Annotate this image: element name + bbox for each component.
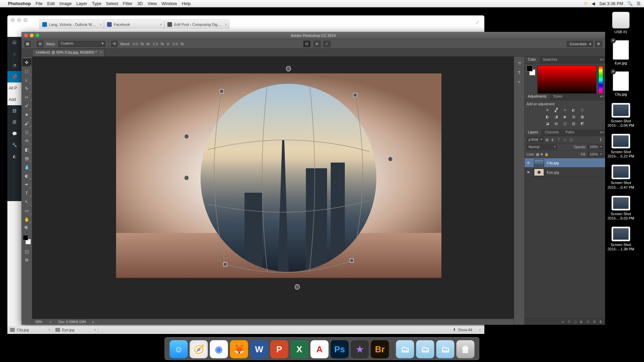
layer-mask-icon[interactable]: ◻	[574, 320, 577, 323]
marquee-tool[interactable]: ◻	[22, 67, 32, 75]
path-select-tool[interactable]: ↖	[22, 198, 32, 206]
transform-anchor-icon[interactable]: ▦	[24, 41, 31, 47]
quick-select-tool[interactable]: ✎	[22, 84, 32, 93]
layer-name[interactable]: Eye.jpg	[547, 170, 559, 174]
menu-help[interactable]: Help	[182, 1, 191, 6]
browser-tab[interactable]: Lang, Victoria - Outlook W…×	[39, 19, 104, 29]
warp-grid-icon[interactable]: ⊞	[37, 41, 43, 47]
layer-visibility-icon[interactable]: 👁	[527, 161, 531, 165]
adj-selective-icon[interactable]: ◩	[579, 121, 585, 126]
color-fgbg-swatch[interactable]	[527, 65, 535, 75]
crop-tool[interactable]: ✂	[22, 93, 32, 101]
doc-tab-close-icon[interactable]: ×	[100, 50, 102, 54]
tab-close-icon[interactable]: ×	[100, 22, 102, 26]
adj-channel-mixer-icon[interactable]: ⊞	[571, 114, 577, 119]
color-picker[interactable]	[23, 235, 31, 244]
clone-stamp-tool[interactable]: ⌹	[22, 128, 32, 136]
warp-mesh-toggle-icon[interactable]: ⊡	[303, 41, 311, 47]
commit-transform-icon[interactable]: ✓	[323, 41, 331, 47]
panel-tab-layers[interactable]: Layers	[525, 129, 541, 136]
wp-sidebar-item-posts[interactable]: 📌	[7, 71, 21, 82]
dock-app-safari[interactable]: 🧭	[190, 340, 208, 358]
color-field[interactable]	[537, 65, 596, 95]
panel-menu-icon[interactable]: ▾≡	[600, 95, 604, 98]
adj-lookup-icon[interactable]: ▦	[579, 114, 585, 119]
panel-tab-styles[interactable]: Styles	[550, 94, 566, 100]
mini-bridge-item[interactable]: City.jpg▾	[7, 326, 53, 333]
wp-submenu-label[interactable]: Add	[7, 94, 21, 105]
layer-row[interactable]: 👁 Eye.jpg	[525, 168, 605, 177]
window-zoom-button[interactable]	[36, 34, 39, 37]
chevron-down-icon[interactable]: ▾	[49, 328, 50, 331]
browser-traffic-lights[interactable]	[11, 18, 28, 22]
cancel-transform-icon[interactable]: ⊘	[313, 41, 321, 47]
status-doc-size[interactable]: Doc: 6.59M/6.59M	[58, 320, 86, 324]
desktop-file[interactable]: ✕ City.jpg	[604, 71, 638, 97]
lock-position-icon[interactable]: ✚	[540, 153, 543, 156]
ps-document-tab[interactable]: Untitled1 @ 50% (City.jpg, RGB/8#) * ×	[32, 49, 105, 56]
eject-badge-icon[interactable]: ✕	[610, 38, 616, 43]
status-volume-icon[interactable]: ◀	[592, 1, 595, 6]
search-cc-icon[interactable]: ⊕	[595, 41, 602, 47]
menu-view[interactable]: View	[148, 1, 157, 6]
filter-shape-icon[interactable]: ▭	[563, 137, 568, 142]
warp-mode-dropdown[interactable]: Custom	[58, 41, 105, 47]
dock-app-finder[interactable]: ☺	[170, 340, 188, 358]
adj-exposure-icon[interactable]: ◐	[571, 107, 577, 113]
menu-window[interactable]: Window	[162, 1, 177, 6]
browser-tab[interactable]: Facebook×	[104, 19, 164, 29]
wp-sidebar-item[interactable]: Ⓦ	[7, 37, 21, 48]
collapsed-paragraph-icon[interactable]: ≡	[515, 78, 523, 85]
filter-toggle-icon[interactable]: ⏽	[598, 137, 603, 142]
fill-value[interactable]: 100%	[587, 152, 603, 157]
screen-mode-icon[interactable]: ⧉	[22, 256, 32, 264]
dock-app-bridge[interactable]: Br	[371, 340, 389, 358]
delete-layer-icon[interactable]: 🗑	[599, 320, 602, 323]
adj-gradient-map-icon[interactable]: ▥	[571, 121, 577, 126]
menu-type[interactable]: Type	[92, 1, 101, 6]
adj-levels-icon[interactable]: ▞	[553, 107, 559, 113]
shape-tool[interactable]: ▭	[22, 206, 32, 215]
wp-sidebar-item[interactable]: 🖾	[7, 105, 21, 117]
layer-visibility-icon[interactable]: 👁	[527, 170, 531, 174]
dock-app-chrome[interactable]: ◉	[210, 340, 228, 358]
chevron-down-icon[interactable]: ▾	[94, 328, 96, 331]
hue-slider[interactable]	[598, 65, 603, 95]
adj-bw-icon[interactable]: ◨	[553, 114, 559, 119]
eyedropper-tool[interactable]: ✐	[22, 102, 32, 110]
desktop-file[interactable]: Screen Shot 2015-…5.22 PM	[604, 134, 638, 159]
pen-tool[interactable]: ✒	[22, 180, 32, 188]
filter-type-icon[interactable]: T	[557, 137, 561, 142]
menu-image[interactable]: Image	[59, 1, 71, 6]
desktop-file[interactable]: Screen Shot 2015-…6.03 PM	[604, 196, 638, 221]
warp-orientation-icon[interactable]: ⟲	[111, 41, 118, 47]
wp-sidebar-item[interactable]: 💬	[7, 128, 21, 139]
browser-tab[interactable]: Edit Post ‹ Composing Dig…×	[164, 19, 229, 29]
notification-center-icon[interactable]: ☰	[637, 1, 641, 6]
panel-tab-adjustments[interactable]: Adjustments	[525, 94, 550, 100]
adj-curves-icon[interactable]: ∿	[562, 107, 568, 113]
panel-menu-icon[interactable]: ▾≡	[600, 130, 604, 134]
wp-sidebar-item[interactable]: 🗐	[7, 117, 21, 128]
desktop-file[interactable]: Screen Shot 2015-…1.38 PM	[604, 227, 638, 251]
layer-thumbnail[interactable]	[534, 159, 544, 167]
dodge-tool[interactable]: ◐	[22, 172, 32, 180]
spotlight-icon[interactable]: 🔍	[627, 1, 633, 6]
healing-brush-tool[interactable]: ✷	[22, 111, 32, 119]
menubar-app-name[interactable]: Photoshop	[8, 1, 31, 6]
menu-file[interactable]: File	[36, 1, 43, 6]
adj-invert-icon[interactable]: ◪	[544, 121, 550, 126]
filter-adjust-icon[interactable]: ◐	[551, 137, 555, 142]
adj-threshold-icon[interactable]: ◫	[562, 121, 568, 126]
desktop-file[interactable]: Screen Shot 2015-…0.47 PM	[604, 165, 638, 189]
show-all-button[interactable]: ⬇Show All	[449, 327, 475, 332]
window-close-button[interactable]	[24, 34, 28, 37]
ps-titlebar[interactable]: Adobe Photoshop CC 2014	[21, 32, 605, 39]
dock-app-photoshop[interactable]: Ps	[331, 340, 349, 358]
dock-trash[interactable]: 🗑	[457, 340, 475, 358]
bar-close-icon[interactable]: ×	[476, 328, 484, 332]
menubar-clock[interactable]: Sat 3:36 PM	[599, 1, 623, 6]
status-more-icon[interactable]: ▸	[93, 320, 94, 324]
wp-sidebar-item[interactable]: ◔	[7, 60, 21, 71]
link-layers-icon[interactable]: ⫘	[561, 320, 565, 323]
